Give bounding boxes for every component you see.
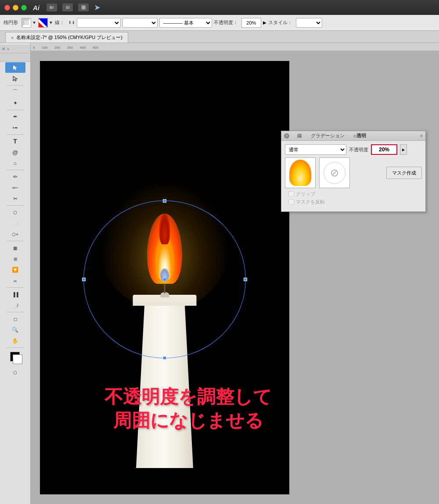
blob-tool[interactable]: ✏~ bbox=[5, 182, 25, 193]
create-mask-button[interactable]: マスク作成 bbox=[386, 167, 422, 179]
scissors-tool[interactable]: ✂ bbox=[5, 193, 25, 204]
clip-checkbox-row[interactable]: クリップ bbox=[288, 191, 325, 197]
stock-icon[interactable]: St bbox=[62, 4, 73, 11]
line-style-select[interactable]: ———— 基本 bbox=[159, 18, 212, 28]
opacity-input[interactable] bbox=[241, 18, 261, 28]
panel-close[interactable]: ✕ bbox=[2, 46, 5, 51]
free-transform-tool[interactable]: ⬜ bbox=[5, 218, 25, 229]
send-icon[interactable]: ➤ bbox=[94, 3, 101, 12]
panel-tabs: 線 グラデーション ◇ 透明 bbox=[291, 131, 418, 141]
tab-stroke[interactable]: 線 bbox=[293, 131, 306, 141]
stroke-label: 線： bbox=[55, 19, 65, 26]
artboard-tool[interactable]: ⬡ bbox=[5, 367, 25, 378]
annotation-line2: 周囲になじませる bbox=[104, 409, 272, 433]
mesh-tool[interactable]: ⊞ bbox=[5, 254, 25, 264]
workspace-icon[interactable]: ⊞ bbox=[78, 4, 89, 11]
annotation-text: 不透明度を調整して 周囲になじませる bbox=[104, 385, 272, 433]
blend-tool[interactable]: ∞ bbox=[5, 275, 25, 286]
gradient-tool[interactable]: ▦ bbox=[5, 243, 25, 253]
scale-tool[interactable]: ⬡ bbox=[5, 207, 25, 218]
direct-select-tool[interactable] bbox=[5, 73, 25, 84]
pen-tool[interactable]: ✒ bbox=[5, 111, 25, 122]
shape-builder-tool[interactable]: ⬡+ bbox=[5, 229, 25, 239]
slice-tool[interactable]: ⬜/ bbox=[5, 300, 25, 311]
annotation-line1: 不透明度を調整して bbox=[104, 385, 272, 409]
tab-title: 名称未設定-7* @ 150% (CMYK/GPU プレビュー) bbox=[16, 34, 122, 41]
stroke-selector[interactable]: ▼ bbox=[38, 18, 53, 28]
handle-right[interactable] bbox=[244, 278, 247, 281]
artboard: 不透明度を調整して 周囲になじませる bbox=[40, 61, 290, 495]
tab-close-button[interactable]: × bbox=[11, 35, 14, 40]
shape-label: 楕円形 bbox=[4, 19, 18, 26]
blend-mode-select[interactable]: 通常 乗算 スクリーン bbox=[285, 144, 346, 155]
flame bbox=[147, 214, 182, 284]
spiral-tool[interactable]: @ bbox=[5, 147, 25, 157]
fill-selector[interactable]: ⬜ ▼ bbox=[22, 18, 36, 28]
chart-tool[interactable]: ▐▐ bbox=[5, 289, 25, 300]
main-area: ✕ » ⌒ ✦ ✒ +✒ T @ bbox=[0, 43, 439, 504]
transparency-panel: × 線 グラデーション ◇ 透明 ≡ 通常 乗算 スクリ bbox=[281, 131, 426, 212]
ruler-marks: 0 100 200 300 400 500 bbox=[33, 46, 98, 50]
tool-sep-5 bbox=[7, 205, 24, 206]
document-tab[interactable]: × 名称未設定-7* @ 150% (CMYK/GPU プレビュー) bbox=[5, 32, 128, 43]
left-ruler bbox=[0, 54, 30, 62]
eyedropper-tool[interactable]: 🔽 bbox=[5, 265, 25, 275]
panel-title-bar: × 線 グラデーション ◇ 透明 ≡ bbox=[281, 131, 425, 141]
tool-sep-8 bbox=[7, 312, 24, 312]
clip-label: クリップ bbox=[296, 191, 315, 197]
eraser-tool[interactable]: ◻ bbox=[5, 314, 25, 324]
pencil-tool[interactable]: ✏ bbox=[5, 172, 25, 182]
stroke-controls[interactable]: ⬆⬇ bbox=[68, 20, 75, 25]
opacity-arrow-icon[interactable]: ▶ bbox=[263, 20, 266, 25]
clip-checkbox[interactable] bbox=[288, 191, 294, 197]
opacity-panel-input[interactable] bbox=[371, 144, 397, 155]
color-boxes[interactable] bbox=[7, 350, 24, 366]
add-anchor-tool[interactable]: +✒ bbox=[5, 122, 25, 133]
active-tab-indicator: ◇ bbox=[353, 134, 356, 138]
handle-left[interactable] bbox=[82, 278, 86, 281]
minimize-button[interactable] bbox=[13, 5, 18, 11]
opacity-increment-button[interactable]: ▶ bbox=[400, 144, 407, 155]
title-bar-icons: Br St ⊞ ➤ bbox=[47, 3, 101, 12]
invert-mask-checkbox-row[interactable]: マスクを反転 bbox=[288, 199, 325, 205]
panel-header: ✕ » bbox=[0, 45, 30, 54]
panel-expand[interactable]: » bbox=[7, 47, 9, 51]
style-label: スタイル： bbox=[268, 19, 292, 26]
tab-transparency[interactable]: ◇ 透明 bbox=[349, 131, 371, 141]
panel-menu-button[interactable]: ≡ bbox=[420, 133, 423, 138]
hand-tool[interactable]: ✋ bbox=[5, 336, 25, 346]
invert-mask-label: マスクを反転 bbox=[296, 199, 325, 205]
traffic-lights bbox=[4, 5, 27, 11]
tool-sep-3 bbox=[7, 134, 24, 135]
active-tab-label: 透明 bbox=[356, 132, 366, 139]
ellipse-tool[interactable]: ○ bbox=[5, 158, 25, 168]
bridge-icon[interactable]: Br bbox=[47, 4, 57, 11]
panel-body: 通常 乗算 スクリーン 不透明度 ▶ ⊘ マスク作成 bbox=[281, 141, 425, 211]
select-tool[interactable] bbox=[5, 62, 25, 73]
left-toolbar: ✕ » ⌒ ✦ ✒ +✒ T @ bbox=[0, 43, 31, 504]
canvas-area[interactable]: 0 100 200 300 400 500 bbox=[31, 43, 439, 504]
mask-thumbnail: ⊘ bbox=[319, 157, 350, 188]
type-tool[interactable]: T bbox=[5, 136, 25, 147]
invert-mask-checkbox[interactable] bbox=[288, 199, 294, 205]
opacity-label: 不透明度： bbox=[214, 19, 238, 26]
flame-blue bbox=[160, 268, 169, 282]
checkboxes-row: クリップ マスクを反転 bbox=[285, 191, 422, 205]
tool-sep-2 bbox=[7, 110, 24, 110]
stroke-select[interactable] bbox=[77, 18, 121, 28]
zoom-tool[interactable]: 🔍 bbox=[5, 325, 25, 335]
tab-gradient[interactable]: グラデーション bbox=[306, 131, 349, 141]
close-button[interactable] bbox=[4, 5, 10, 11]
magic-wand-tool[interactable]: ✦ bbox=[5, 98, 25, 108]
style-select[interactable] bbox=[296, 18, 322, 28]
flame-thumbnail bbox=[289, 160, 311, 186]
tool-sep-4 bbox=[7, 170, 24, 170]
panel-close-button[interactable]: × bbox=[284, 133, 289, 139]
horizontal-ruler: 0 100 200 300 400 500 bbox=[31, 43, 439, 51]
app-name: Ai bbox=[33, 4, 40, 11]
lasso-tool[interactable]: ⌒ bbox=[5, 87, 25, 97]
tool-sep-1 bbox=[7, 85, 24, 86]
maximize-button[interactable] bbox=[21, 5, 27, 11]
profile-select[interactable] bbox=[122, 18, 158, 28]
tool-sep-9 bbox=[7, 347, 24, 348]
